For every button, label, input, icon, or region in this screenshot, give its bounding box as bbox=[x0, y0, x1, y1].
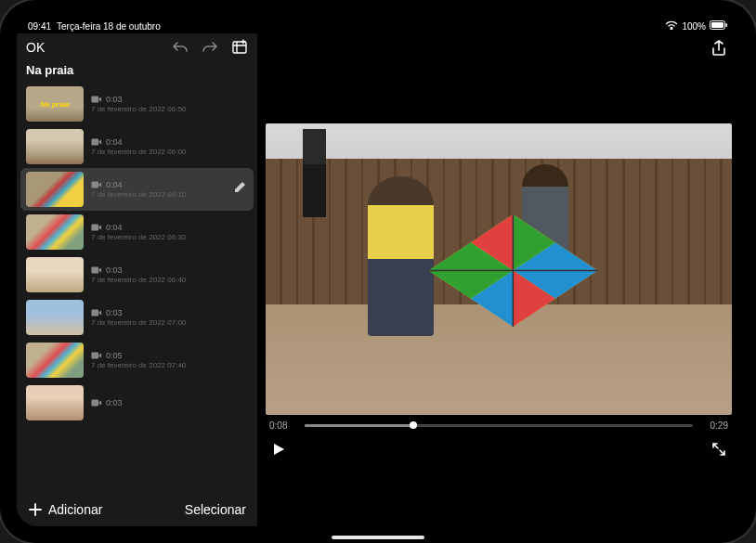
clip-date: 7 de fevereiro de 2022 07:00 bbox=[91, 318, 248, 327]
preview-header bbox=[258, 33, 739, 63]
svg-rect-11 bbox=[91, 399, 98, 406]
redo-button[interactable] bbox=[202, 39, 218, 56]
sidebar: OK Na praia Na praia0:037 de bbox=[17, 33, 258, 526]
status-bar: 09:41 Terça-feira 18 de outubro 100% bbox=[17, 17, 739, 33]
clip-info: 0:047 de fevereiro de 2022 06:00 bbox=[91, 137, 248, 156]
time-total: 0:29 bbox=[702, 420, 728, 431]
clip-thumbnail bbox=[26, 300, 84, 335]
playback-controls bbox=[266, 436, 732, 466]
clip-thumbnail bbox=[26, 172, 84, 207]
wifi-icon bbox=[665, 20, 678, 32]
video-icon bbox=[91, 351, 102, 360]
clip-info: 0:057 de fevereiro de 2022 07:40 bbox=[91, 351, 248, 369]
lamp-post bbox=[303, 129, 326, 216]
clip-item[interactable]: 0:037 de fevereiro de 2022 07:00 bbox=[20, 296, 254, 339]
clip-duration: 0:04 bbox=[106, 180, 123, 189]
clip-item[interactable]: Na praia0:037 de fevereiro de 2022 06:50 bbox=[20, 83, 254, 125]
play-button[interactable] bbox=[269, 440, 288, 459]
share-button[interactable] bbox=[710, 39, 728, 58]
video-container: 0:08 0:29 bbox=[258, 63, 739, 526]
clip-info: 0:037 de fevereiro de 2022 07:00 bbox=[91, 308, 248, 327]
add-label: Adicionar bbox=[48, 502, 102, 517]
clip-info: 0:03 bbox=[91, 398, 248, 408]
fullscreen-button[interactable] bbox=[710, 440, 728, 459]
clip-item[interactable]: 0:03 bbox=[20, 381, 254, 424]
add-button[interactable]: Adicionar bbox=[28, 502, 102, 517]
scrubber-thumb[interactable] bbox=[410, 421, 417, 429]
clip-duration: 0:03 bbox=[106, 95, 123, 104]
clip-date: 7 de fevereiro de 2022 06:10 bbox=[91, 190, 248, 199]
clip-duration: 0:03 bbox=[106, 265, 123, 275]
scrubber-row: 0:08 0:29 bbox=[266, 415, 732, 436]
scrubber-progress bbox=[305, 424, 413, 427]
clip-info: 0:047 de fevereiro de 2022 06:30 bbox=[91, 223, 248, 241]
clip-date: 7 de fevereiro de 2022 06:00 bbox=[91, 148, 248, 156]
battery-icon bbox=[710, 20, 728, 32]
clip-duration: 0:03 bbox=[106, 308, 123, 317]
clip-date: 7 de fevereiro de 2022 06:30 bbox=[91, 233, 248, 241]
video-icon bbox=[91, 398, 102, 407]
clip-thumbnail bbox=[26, 343, 84, 378]
storyboard-button[interactable] bbox=[231, 39, 248, 56]
clip-thumbnail: Na praia bbox=[26, 86, 84, 122]
svg-rect-8 bbox=[91, 267, 98, 274]
battery-pct: 100% bbox=[682, 21, 706, 32]
clip-thumbnail bbox=[26, 214, 84, 250]
clip-duration: 0:04 bbox=[106, 223, 123, 232]
select-button[interactable]: Selecionar bbox=[185, 502, 246, 517]
clip-duration: 0:04 bbox=[106, 137, 123, 147]
pencil-icon[interactable] bbox=[233, 181, 246, 198]
ok-button[interactable]: OK bbox=[26, 40, 45, 55]
svg-rect-3 bbox=[233, 42, 246, 53]
clip-list[interactable]: Na praia0:037 de fevereiro de 2022 06:50… bbox=[17, 83, 257, 493]
clip-date: 7 de fevereiro de 2022 06:50 bbox=[91, 105, 248, 113]
clip-item[interactable]: 0:047 de fevereiro de 2022 06:30 bbox=[20, 211, 254, 253]
clip-info: 0:037 de fevereiro de 2022 06:40 bbox=[91, 265, 248, 284]
video-icon bbox=[91, 180, 102, 189]
title-overlay-text: Na praia bbox=[40, 100, 70, 109]
sidebar-header: OK bbox=[17, 33, 257, 61]
clip-date: 7 de fevereiro de 2022 06:40 bbox=[91, 276, 248, 284]
clip-thumbnail bbox=[26, 257, 84, 292]
status-date: Terça-feira 18 de outubro bbox=[57, 21, 161, 32]
preview-area: 0:08 0:29 bbox=[258, 33, 739, 526]
clip-date: 7 de fevereiro de 2022 07:40 bbox=[91, 361, 248, 369]
video-icon bbox=[91, 137, 102, 147]
main-area: OK Na praia Na praia0:037 de bbox=[17, 33, 739, 526]
clip-thumbnail bbox=[26, 385, 84, 420]
svg-rect-7 bbox=[91, 225, 98, 231]
clip-item[interactable]: 0:037 de fevereiro de 2022 06:40 bbox=[20, 253, 254, 296]
svg-rect-10 bbox=[91, 353, 98, 359]
ipad-device-frame: 09:41 Terça-feira 18 de outubro 100% OK bbox=[0, 0, 756, 543]
kite bbox=[415, 205, 611, 336]
clip-item[interactable]: 0:047 de fevereiro de 2022 06:00 bbox=[20, 125, 254, 168]
undo-button[interactable] bbox=[172, 39, 189, 56]
time-current: 0:08 bbox=[269, 420, 295, 431]
clip-info: 0:037 de fevereiro de 2022 06:50 bbox=[91, 95, 248, 113]
clip-item[interactable]: 0:047 de fevereiro de 2022 06:10 bbox=[20, 168, 254, 211]
svg-rect-5 bbox=[91, 139, 98, 146]
svg-rect-6 bbox=[91, 182, 98, 188]
clip-duration: 0:05 bbox=[106, 351, 123, 360]
clip-thumbnail bbox=[26, 129, 84, 164]
scrubber-track[interactable] bbox=[305, 424, 693, 427]
clip-duration: 0:03 bbox=[106, 398, 123, 407]
status-time: 09:41 bbox=[28, 21, 51, 32]
svg-rect-2 bbox=[726, 23, 728, 27]
video-icon bbox=[91, 265, 102, 275]
video-icon bbox=[91, 308, 102, 317]
sidebar-footer: Adicionar Selecionar bbox=[17, 493, 257, 526]
project-title: Na praia bbox=[17, 61, 257, 83]
video-icon bbox=[91, 223, 102, 232]
svg-rect-4 bbox=[91, 97, 98, 103]
video-icon bbox=[91, 95, 102, 104]
svg-rect-1 bbox=[711, 22, 723, 28]
screen: 09:41 Terça-feira 18 de outubro 100% OK bbox=[17, 17, 739, 526]
svg-rect-9 bbox=[91, 310, 98, 317]
clip-info: 0:047 de fevereiro de 2022 06:10 bbox=[91, 180, 248, 199]
clip-item[interactable]: 0:057 de fevereiro de 2022 07:40 bbox=[20, 339, 254, 381]
video-preview[interactable] bbox=[266, 123, 732, 415]
